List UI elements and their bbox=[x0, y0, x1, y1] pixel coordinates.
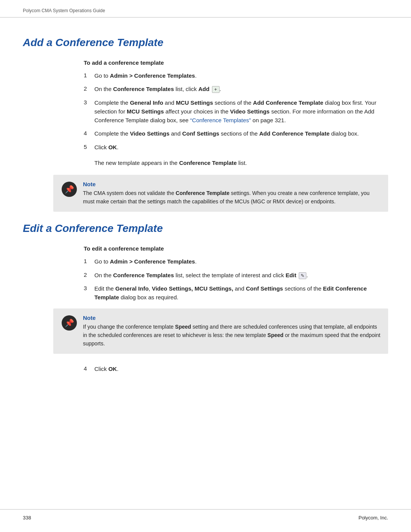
section1-steps-list: 1 Go to Admin > Conference Templates. 2 … bbox=[84, 71, 388, 152]
edit-step1-content: Go to Admin > Conference Templates. bbox=[94, 257, 388, 266]
section1: Add a Conference Template To add a confe… bbox=[23, 37, 388, 212]
step3-item: 3 Complete the General Info and MCU Sett… bbox=[84, 98, 388, 125]
section1-title: Add a Conference Template bbox=[23, 37, 388, 49]
edit-step3-content: Edit the General Info, Video Settings, M… bbox=[94, 284, 388, 302]
edit-step3-number: 3 bbox=[84, 284, 94, 293]
edit-step1-item: 1 Go to Admin > Conference Templates. bbox=[84, 257, 388, 266]
note-box-2: 📌 Note If you change the conference temp… bbox=[53, 308, 388, 354]
note-box-1: 📌 Note The CMA system does not validate … bbox=[53, 175, 388, 212]
pin-icon-2: 📌 bbox=[62, 315, 77, 331]
page-container: Polycom CMA System Operations Guide Add … bbox=[0, 0, 411, 532]
content-area: Add a Conference Template To add a confe… bbox=[0, 18, 411, 403]
step1-item: 1 Go to Admin > Conference Templates. bbox=[84, 71, 388, 80]
edit-step2-item: 2 On the Conference Templates list, sele… bbox=[84, 271, 388, 280]
edit-step2-number: 2 bbox=[84, 271, 94, 280]
step2-item: 2 On the Conference Templates list, clic… bbox=[84, 85, 388, 93]
edit-step4-content: Click OK. bbox=[94, 364, 388, 373]
step4-item: 4 Complete the Video Settings and Conf S… bbox=[84, 129, 388, 138]
step4-content: Complete the Video Settings and Conf Set… bbox=[94, 129, 388, 138]
step1-content: Go to Admin > Conference Templates. bbox=[94, 71, 388, 80]
step5-content: Click OK. bbox=[94, 143, 388, 152]
note-content-1: Note The CMA system does not validate th… bbox=[79, 181, 381, 206]
breadcrumb: Polycom CMA System Operations Guide bbox=[23, 8, 105, 13]
edit-step4-number: 4 bbox=[84, 364, 94, 373]
section2: Edit a Conference Template To edit a con… bbox=[23, 222, 388, 373]
edit-step4-item: 4 Click OK. bbox=[84, 364, 388, 373]
step2-number: 2 bbox=[84, 85, 94, 93]
note-body-2: If you change the conference template Sp… bbox=[83, 323, 381, 348]
note-content-2: Note If you change the conference templa… bbox=[79, 315, 381, 348]
section2-final-step: 4 Click OK. bbox=[84, 364, 388, 373]
edit-step3-item: 3 Edit the General Info, Video Settings,… bbox=[84, 284, 388, 302]
conference-templates-link[interactable]: “Conference Templates” bbox=[190, 117, 251, 123]
step1-number: 1 bbox=[84, 71, 94, 80]
step2-content: On the Conference Templates list, click … bbox=[94, 85, 388, 93]
section1-procedure-heading: To add a conference template bbox=[84, 59, 388, 66]
note-body-1: The CMA system does not validate the Con… bbox=[83, 189, 381, 206]
step3-content: Complete the General Info and MCU Settin… bbox=[94, 98, 388, 125]
step3-number: 3 bbox=[84, 98, 94, 107]
note-title-2: Note bbox=[83, 315, 381, 321]
add-icon bbox=[212, 86, 220, 93]
section1-result: The new template appears in the Conferen… bbox=[94, 158, 388, 167]
edit-icon bbox=[299, 272, 306, 279]
pin-icon-1: 📌 bbox=[62, 182, 77, 197]
edit-step1-number: 1 bbox=[84, 257, 94, 266]
footer: 338 Polycom, Inc. bbox=[0, 509, 411, 521]
note-icon-wrap-1: 📌 bbox=[59, 181, 79, 197]
note-icon-wrap-2: 📌 bbox=[59, 315, 79, 331]
step5-item: 5 Click OK. bbox=[84, 143, 388, 152]
footer-company: Polycom, Inc. bbox=[358, 515, 388, 521]
section2-title: Edit a Conference Template bbox=[23, 222, 388, 235]
section2-procedure-heading: To edit a conference template bbox=[84, 245, 388, 252]
step4-number: 4 bbox=[84, 129, 94, 138]
step5-number: 5 bbox=[84, 143, 94, 152]
section2-steps-list: 1 Go to Admin > Conference Templates. 2 … bbox=[84, 257, 388, 302]
footer-page-number: 338 bbox=[23, 515, 31, 521]
header-bar: Polycom CMA System Operations Guide bbox=[0, 0, 411, 18]
note-title-1: Note bbox=[83, 181, 381, 187]
edit-step2-content: On the Conference Templates list, select… bbox=[94, 271, 388, 280]
